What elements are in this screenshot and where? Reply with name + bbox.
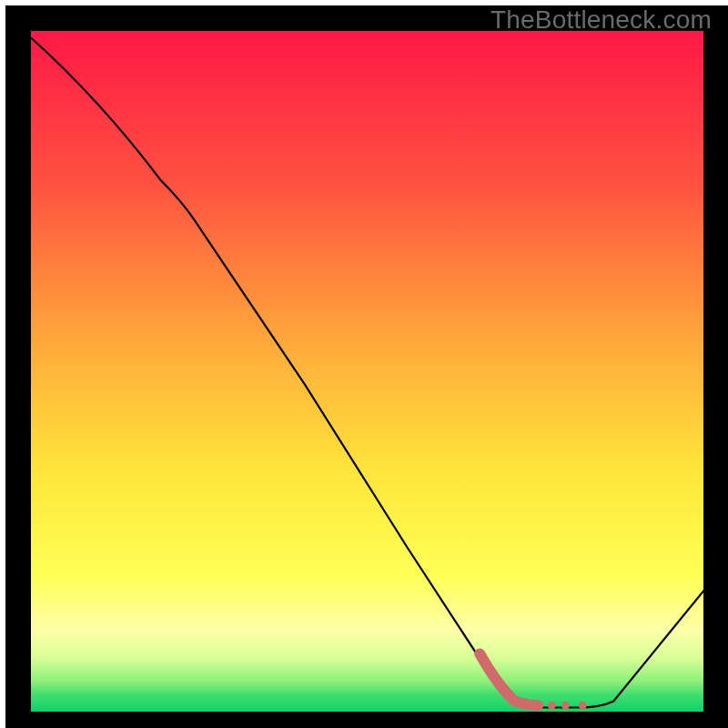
- optimal-range-dot: [579, 702, 587, 710]
- optimal-range-dot: [561, 702, 570, 710]
- watermark-text: TheBottleneck.com: [490, 5, 712, 35]
- optimal-range-dots: [548, 702, 587, 710]
- optimal-range-dot: [548, 702, 556, 710]
- chart-frame: TheBottleneck.com: [0, 0, 728, 728]
- bottleneck-chart: [0, 0, 728, 728]
- plot-background: [31, 31, 716, 712]
